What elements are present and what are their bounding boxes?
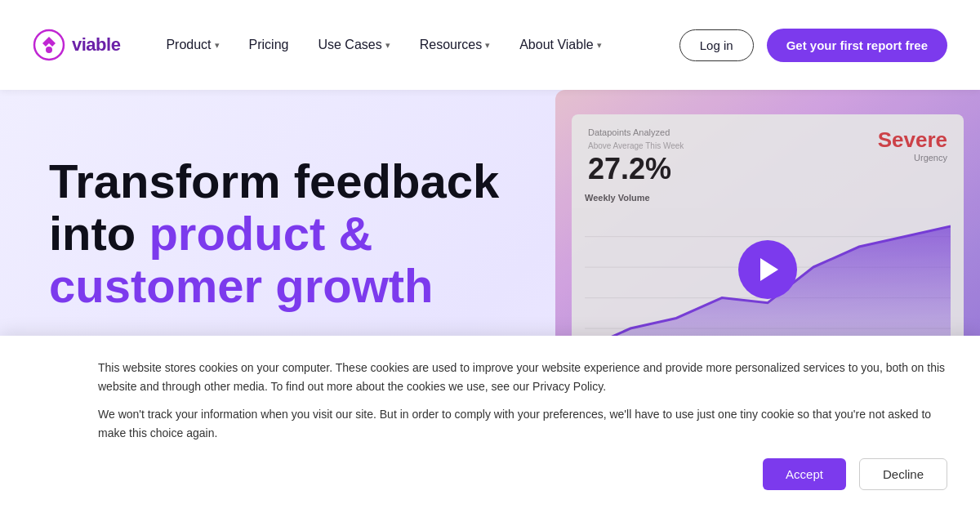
chevron-down-icon: ▾ xyxy=(597,40,602,51)
logo-text: viable xyxy=(72,34,120,56)
svg-point-1 xyxy=(46,47,52,53)
header: viable Product ▾ Pricing Use Cases ▾ Res… xyxy=(0,0,980,90)
cookie-text-secondary: We won't track your information when you… xyxy=(98,405,947,442)
nav-item-resources[interactable]: Resources ▾ xyxy=(407,31,503,59)
hero-title-accent: product & xyxy=(149,207,372,260)
cookie-banner: This website stores cookies on your comp… xyxy=(0,336,980,513)
hero-title-accent2: customer growth xyxy=(49,259,434,312)
play-button[interactable] xyxy=(738,240,797,299)
hero-title: Transform feedback into product & custom… xyxy=(49,155,499,311)
cookie-actions: Accept Decline xyxy=(98,458,947,490)
nav-item-pricing[interactable]: Pricing xyxy=(236,31,302,59)
hero-content: Transform feedback into product & custom… xyxy=(49,139,499,355)
nav-item-product[interactable]: Product ▾ xyxy=(153,31,232,59)
svg-point-0 xyxy=(34,30,64,60)
login-button[interactable]: Log in xyxy=(679,29,754,61)
logo[interactable]: viable xyxy=(33,29,120,61)
logo-icon xyxy=(33,29,65,61)
nav-item-use-cases[interactable]: Use Cases ▾ xyxy=(305,31,403,59)
main-nav: Product ▾ Pricing Use Cases ▾ Resources … xyxy=(153,31,679,59)
play-icon xyxy=(760,258,778,281)
chevron-down-icon: ▾ xyxy=(485,40,490,51)
get-report-button[interactable]: Get your first report free xyxy=(767,29,947,62)
cookie-text-main: This website stores cookies on your comp… xyxy=(98,359,947,395)
header-actions: Log in Get your first report free xyxy=(679,29,947,62)
accept-button[interactable]: Accept xyxy=(763,458,846,490)
nav-item-about[interactable]: About Viable ▾ xyxy=(506,31,614,59)
decline-button[interactable]: Decline xyxy=(859,458,947,490)
chevron-down-icon: ▾ xyxy=(215,40,220,51)
chevron-down-icon: ▾ xyxy=(385,40,390,51)
